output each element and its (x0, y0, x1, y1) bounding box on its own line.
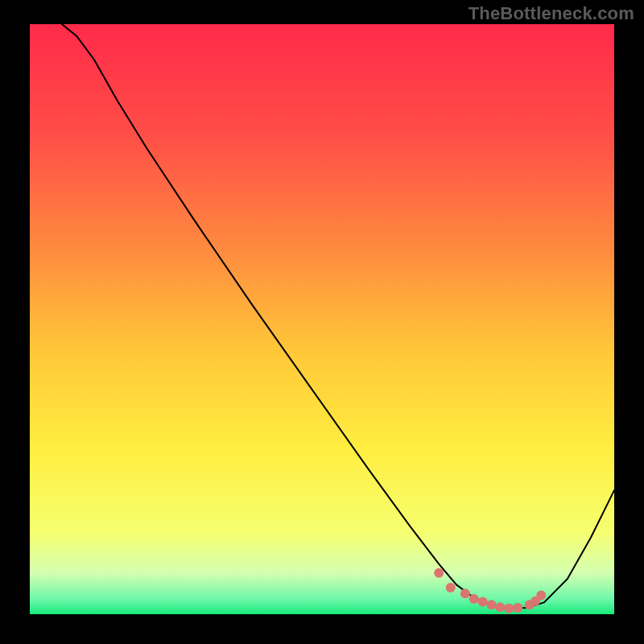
gradient-background (30, 24, 614, 614)
chart-svg (0, 0, 644, 644)
ideal-band-markers-point (460, 588, 470, 598)
watermark-text: TheBottleneck.com (469, 3, 634, 24)
ideal-band-markers-point (536, 591, 546, 601)
ideal-band-markers-point (446, 583, 456, 592)
ideal-band-markers-point (478, 597, 488, 607)
ideal-band-markers-point (504, 604, 514, 613)
ideal-band-markers-point (487, 600, 497, 609)
chart-container: TheBottleneck.com (0, 0, 644, 644)
ideal-band-markers-point (495, 602, 505, 612)
ideal-band-markers-point (469, 594, 479, 604)
ideal-band-markers-point (434, 568, 444, 578)
ideal-band-markers-point (513, 603, 522, 613)
